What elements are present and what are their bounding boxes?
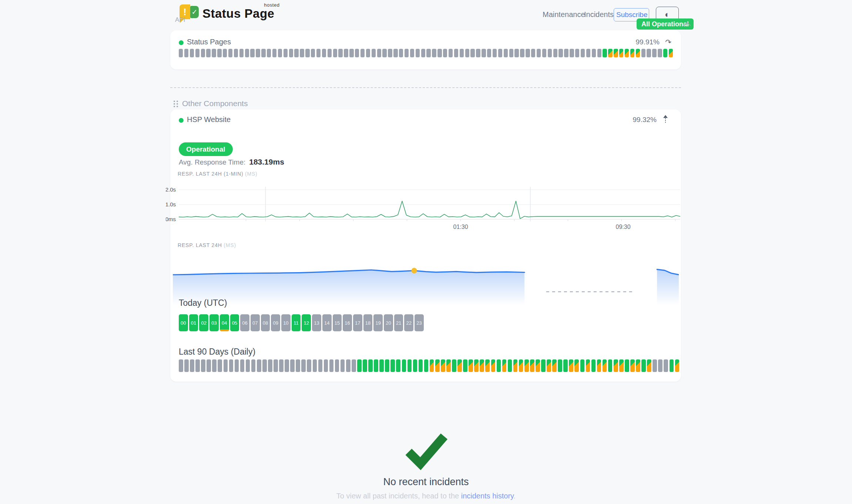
uptime-bar[interactable]: [368, 359, 373, 372]
hour-block-14[interactable]: 14: [322, 314, 332, 331]
uptime-bar[interactable]: [647, 49, 651, 57]
uptime-bar[interactable]: [553, 49, 557, 57]
hour-block-15[interactable]: 15: [333, 314, 342, 331]
uptime-bar[interactable]: [670, 359, 674, 372]
uptime-bar[interactable]: [234, 49, 238, 57]
uptime-bar[interactable]: [257, 359, 261, 372]
uptime-bar[interactable]: [491, 359, 496, 372]
uptime-bar[interactable]: [548, 49, 552, 57]
uptime-bar[interactable]: [246, 359, 250, 372]
uptime-bar[interactable]: [493, 49, 497, 57]
uptime-bar[interactable]: [457, 359, 462, 372]
uptime-bar[interactable]: [614, 359, 618, 372]
hour-block-11[interactable]: 11: [292, 314, 301, 331]
uptime-bar[interactable]: [352, 359, 356, 372]
uptime-bar[interactable]: [229, 359, 234, 372]
uptime-bar[interactable]: [329, 359, 334, 372]
uptime-bar[interactable]: [300, 49, 304, 57]
uptime-bar[interactable]: [485, 359, 490, 372]
uptime-bar[interactable]: [268, 359, 272, 372]
uptime-bar[interactable]: [360, 49, 365, 57]
uptime-bar[interactable]: [597, 49, 601, 57]
uptime-bar[interactable]: [581, 49, 585, 57]
uptime-bar[interactable]: [328, 49, 332, 57]
uptime-bar[interactable]: [597, 359, 601, 372]
uptime-bar[interactable]: [675, 359, 680, 372]
incidents-history-link[interactable]: incidents history: [461, 492, 514, 500]
uptime-bar[interactable]: [520, 49, 524, 57]
uptime-bar[interactable]: [430, 359, 434, 372]
uptime-bar[interactable]: [217, 49, 221, 57]
uptime-bar[interactable]: [664, 359, 668, 372]
response-time-chart-1min[interactable]: 2.0s1.0s0ms01:3009:30: [166, 186, 680, 232]
uptime-bar[interactable]: [465, 49, 469, 57]
uptime-bar[interactable]: [446, 359, 451, 372]
uptime-bar[interactable]: [290, 359, 295, 372]
uptime-bar[interactable]: [379, 359, 384, 372]
hour-block-04[interactable]: 04: [220, 314, 229, 331]
uptime-bar[interactable]: [530, 359, 534, 372]
uptime-bar[interactable]: [388, 49, 392, 57]
uptime-bar[interactable]: [502, 359, 507, 372]
uptime-bar[interactable]: [652, 49, 656, 57]
uptime-bar[interactable]: [608, 359, 613, 372]
uptime-bar[interactable]: [344, 49, 348, 57]
uptime-bar[interactable]: [318, 359, 323, 372]
uptime-bar[interactable]: [190, 49, 194, 57]
uptime-bar[interactable]: [476, 49, 480, 57]
uptime-bar[interactable]: [636, 49, 640, 57]
uptime-bar[interactable]: [586, 359, 590, 372]
uptime-bar[interactable]: [267, 49, 271, 57]
uptime-bar[interactable]: [614, 49, 618, 57]
uptime-bar[interactable]: [563, 359, 568, 372]
uptime-bar[interactable]: [463, 359, 467, 372]
uptime-bar[interactable]: [195, 359, 200, 372]
hour-block-22[interactable]: 22: [404, 314, 413, 331]
uptime-bar[interactable]: [201, 49, 205, 57]
uptime-bar[interactable]: [416, 49, 420, 57]
uptime-bar[interactable]: [262, 359, 267, 372]
uptime-bar[interactable]: [341, 359, 345, 372]
uptime-bar[interactable]: [482, 49, 486, 57]
uptime-bar[interactable]: [541, 359, 546, 372]
uptime-bar[interactable]: [307, 359, 311, 372]
uptime-bar[interactable]: [519, 359, 523, 372]
uptime-bar[interactable]: [201, 359, 205, 372]
uptime-bar[interactable]: [206, 49, 210, 57]
uptime-bar[interactable]: [658, 359, 663, 372]
uptime-bar[interactable]: [294, 49, 298, 57]
uptime-bar[interactable]: [179, 359, 183, 372]
hour-block-16[interactable]: 16: [343, 314, 352, 331]
hour-block-09[interactable]: 09: [271, 314, 280, 331]
uptime-bar[interactable]: [641, 359, 646, 372]
uptime-bar[interactable]: [580, 359, 585, 372]
hour-block-08[interactable]: 08: [261, 314, 270, 331]
uptime-bar[interactable]: [424, 359, 429, 372]
uptime-bar[interactable]: [641, 49, 645, 57]
uptime-bar[interactable]: [390, 359, 395, 372]
uptime-bar[interactable]: [338, 49, 342, 57]
uptime-bar[interactable]: [184, 49, 188, 57]
uptime-bar[interactable]: [552, 359, 557, 372]
uptime-bar[interactable]: [207, 359, 211, 372]
uptime-bar[interactable]: [402, 359, 406, 372]
uptime-bar[interactable]: [658, 49, 662, 57]
uptime-bar[interactable]: [393, 49, 398, 57]
uptime-bar[interactable]: [239, 49, 244, 57]
uptime-bar[interactable]: [349, 49, 353, 57]
hour-block-13[interactable]: 13: [312, 314, 321, 331]
uptime-bar[interactable]: [509, 49, 513, 57]
hour-block-07[interactable]: 07: [251, 314, 260, 331]
hour-block-20[interactable]: 20: [384, 314, 393, 331]
uptime-bar[interactable]: [669, 49, 673, 57]
uptime-bar[interactable]: [513, 359, 518, 372]
uptime-bar[interactable]: [469, 359, 473, 372]
uptime-bar[interactable]: [363, 359, 367, 372]
uptime-bar[interactable]: [333, 49, 337, 57]
uptime-bar[interactable]: [419, 359, 423, 372]
uptime-bar[interactable]: [536, 359, 540, 372]
uptime-bar[interactable]: [399, 49, 403, 57]
uptime-bar[interactable]: [592, 49, 596, 57]
uptime-bar[interactable]: [212, 359, 217, 372]
uptime-bar[interactable]: [653, 359, 657, 372]
